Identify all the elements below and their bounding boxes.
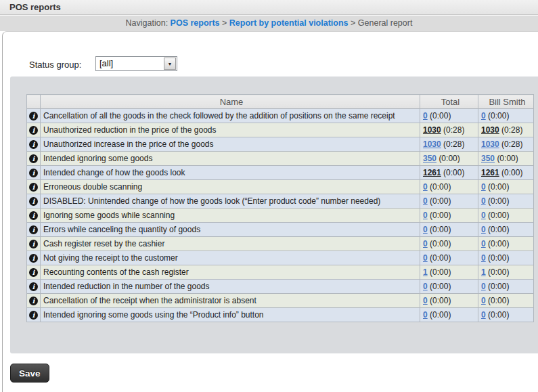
bill-smith-count-link[interactable]: 1030: [481, 125, 499, 135]
total-cell: 0 (0:00): [420, 237, 478, 251]
bill-smith-time: (0:00): [488, 296, 509, 305]
info-cell: i: [27, 152, 41, 166]
bill-smith-cell: 0 (0:00): [478, 280, 534, 294]
breadcrumb: Navigation: POS reports > Report by pote…: [0, 16, 538, 31]
violation-name: Cancellation of all the goods in the che…: [41, 109, 420, 123]
page-title: POS reports: [9, 2, 61, 12]
bill-smith-time: (0:00): [488, 225, 509, 234]
info-icon[interactable]: i: [29, 211, 38, 220]
bill-smith-count-link[interactable]: 0: [481, 225, 486, 234]
total-cell: 1261 (0:00): [420, 166, 478, 180]
bill-smith-cell: 0 (0:00): [478, 109, 534, 123]
breadcrumb-current-general-report: General report: [358, 18, 413, 28]
info-icon[interactable]: i: [29, 225, 38, 234]
bill-smith-count-link[interactable]: 1030: [481, 139, 499, 149]
status-group-select[interactable]: [all] ▼: [95, 56, 177, 71]
bill-smith-count-link[interactable]: 1261: [481, 168, 499, 177]
total-count-link[interactable]: 0: [423, 296, 428, 305]
total-time: (0:00): [430, 296, 451, 305]
info-cell: i: [27, 265, 41, 280]
total-count-link[interactable]: 1: [423, 267, 428, 277]
total-count-link[interactable]: 0: [423, 196, 428, 206]
table-header-row: Name Total Bill Smith: [27, 95, 534, 109]
info-icon[interactable]: i: [29, 183, 38, 192]
total-count-link[interactable]: 1030: [423, 139, 441, 149]
bill-smith-count-link[interactable]: 0: [481, 253, 486, 263]
bill-smith-cell: 1261 (0:00): [478, 166, 534, 180]
total-count-link[interactable]: 0: [423, 211, 428, 220]
bill-smith-count-link[interactable]: 0: [481, 182, 486, 192]
status-group-label: Status group:: [29, 60, 81, 70]
violation-name: DISABLED: Unintended change of how the g…: [41, 194, 420, 209]
info-icon[interactable]: i: [29, 112, 38, 121]
info-icon[interactable]: i: [29, 311, 38, 320]
table-row: iUnauthorized reduction in the price of …: [27, 123, 534, 137]
table-row: iDISABLED: Unintended change of how the …: [27, 194, 534, 209]
violation-name: Erroneous double scanning: [41, 180, 420, 194]
column-header-total: Total: [420, 95, 478, 109]
total-time: (0:00): [430, 111, 451, 121]
breadcrumb-link-pos-reports[interactable]: POS reports: [171, 18, 220, 28]
bill-smith-count-link[interactable]: 0: [481, 296, 486, 305]
total-cell: 0 (0:00): [420, 194, 478, 209]
info-icon[interactable]: i: [29, 282, 38, 291]
total-time: (0:00): [443, 168, 464, 177]
total-count-link[interactable]: 0: [423, 239, 428, 248]
bill-smith-count-link[interactable]: 350: [481, 154, 495, 163]
info-icon[interactable]: i: [29, 240, 38, 248]
total-time: (0:00): [430, 225, 451, 234]
info-icon[interactable]: i: [29, 197, 38, 206]
total-time: (0:28): [443, 139, 464, 149]
bill-smith-count-link[interactable]: 0: [481, 239, 486, 248]
violation-name: Ignoring some goods while scanning: [41, 209, 420, 223]
chevron-down-icon[interactable]: ▼: [164, 58, 176, 70]
bill-smith-count-link[interactable]: 0: [481, 211, 486, 220]
bill-smith-count-link[interactable]: 0: [481, 282, 486, 291]
total-count-link[interactable]: 1030: [423, 125, 441, 135]
violations-table: Name Total Bill Smith iCancellation of a…: [26, 94, 534, 322]
total-count-link[interactable]: 0: [423, 111, 428, 121]
info-icon[interactable]: i: [29, 154, 38, 163]
bill-smith-count-link[interactable]: 0: [481, 310, 486, 320]
info-icon[interactable]: i: [29, 140, 38, 149]
info-icon[interactable]: i: [29, 169, 38, 177]
total-count-link[interactable]: 0: [423, 225, 428, 234]
table-row: iCancellation of all the goods in the ch…: [27, 109, 534, 123]
info-icon[interactable]: i: [29, 297, 38, 305]
breadcrumb-link-report-by-potential-violations[interactable]: Report by potential violations: [229, 18, 349, 28]
column-header-bill-smith: Bill Smith: [478, 95, 534, 109]
report-panel: Name Total Bill Smith iCancellation of a…: [10, 77, 538, 353]
info-icon[interactable]: i: [29, 268, 38, 277]
total-count-link[interactable]: 0: [423, 182, 428, 192]
total-cell: 0 (0:00): [420, 109, 478, 123]
total-count-link[interactable]: 1261: [423, 168, 441, 177]
bill-smith-cell: 1 (0:00): [478, 265, 534, 280]
table-row: iErroneous double scanning0 (0:00)0 (0:0…: [27, 180, 534, 194]
total-cell: 1 (0:00): [420, 265, 478, 280]
total-cell: 0 (0:00): [420, 294, 478, 308]
save-button[interactable]: Save: [10, 364, 49, 383]
bill-smith-count-link[interactable]: 0: [481, 196, 486, 206]
total-count-link[interactable]: 0: [423, 310, 428, 320]
column-header-icon: [27, 95, 41, 109]
info-icon[interactable]: i: [29, 254, 38, 263]
total-count-link[interactable]: 0: [423, 253, 428, 263]
total-time: (0:00): [430, 182, 451, 192]
bill-smith-cell: 0 (0:00): [478, 180, 534, 194]
total-cell: 0 (0:00): [420, 209, 478, 223]
info-cell: i: [27, 209, 41, 223]
info-icon[interactable]: i: [29, 126, 38, 135]
breadcrumb-prefix: Navigation:: [126, 18, 169, 28]
bill-smith-count-link[interactable]: 0: [481, 111, 486, 121]
bill-smith-cell: 0 (0:00): [478, 237, 534, 251]
table-row: iIntended reduction in the number of the…: [27, 280, 534, 294]
total-count-link[interactable]: 350: [423, 154, 436, 163]
violation-name: Recounting contents of the cash register: [41, 265, 420, 280]
total-time: (0:00): [430, 211, 451, 220]
breadcrumb-separator: >: [351, 18, 355, 28]
total-count-link[interactable]: 0: [423, 282, 428, 291]
info-cell: i: [27, 194, 41, 209]
window-title-bar: POS reports: [0, 0, 538, 15]
bill-smith-count-link[interactable]: 1: [481, 267, 486, 277]
total-time: (0:00): [430, 253, 451, 263]
